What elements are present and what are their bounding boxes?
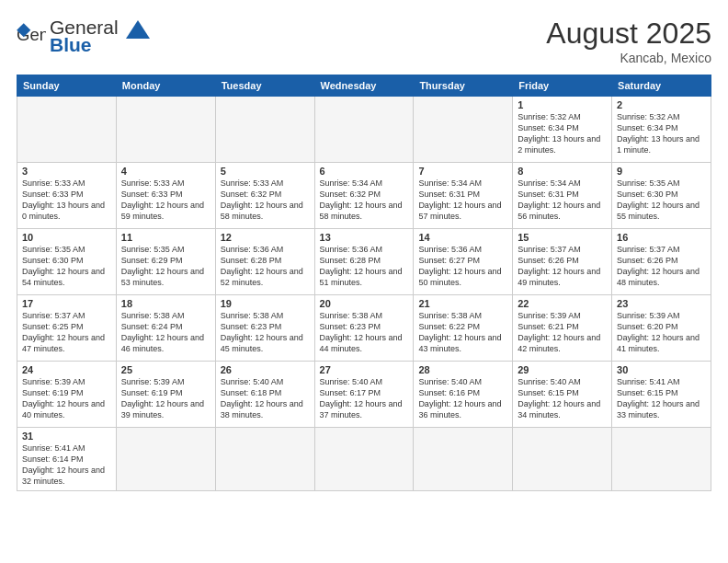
table-row: 3Sunrise: 5:33 AM Sunset: 6:33 PM Daylig… xyxy=(17,163,117,229)
day-info: Sunrise: 5:38 AM Sunset: 6:24 PM Dayligh… xyxy=(121,310,210,355)
calendar-week-row: 3Sunrise: 5:33 AM Sunset: 6:33 PM Daylig… xyxy=(17,163,711,229)
table-row: 30Sunrise: 5:41 AM Sunset: 6:15 PM Dayli… xyxy=(612,362,711,428)
day-info: Sunrise: 5:37 AM Sunset: 6:26 PM Dayligh… xyxy=(518,244,607,289)
table-row: 22Sunrise: 5:39 AM Sunset: 6:21 PM Dayli… xyxy=(513,295,612,362)
day-info: Sunrise: 5:39 AM Sunset: 6:19 PM Dayligh… xyxy=(121,376,210,421)
day-number: 24 xyxy=(22,364,111,375)
day-number: 7 xyxy=(418,166,507,177)
day-number: 31 xyxy=(22,431,111,442)
table-row: 6Sunrise: 5:34 AM Sunset: 6:32 PM Daylig… xyxy=(314,163,414,229)
table-row: 20Sunrise: 5:38 AM Sunset: 6:23 PM Dayli… xyxy=(314,295,414,362)
day-number: 30 xyxy=(617,364,706,375)
day-number: 15 xyxy=(518,232,607,243)
col-monday: Monday xyxy=(116,75,215,97)
day-number: 16 xyxy=(617,232,706,243)
day-number: 21 xyxy=(418,298,507,309)
day-number: 1 xyxy=(518,99,607,110)
day-number: 6 xyxy=(320,166,409,177)
table-row: 5Sunrise: 5:33 AM Sunset: 6:32 PM Daylig… xyxy=(215,163,314,229)
day-number: 8 xyxy=(518,166,607,177)
day-info: Sunrise: 5:38 AM Sunset: 6:23 PM Dayligh… xyxy=(221,310,310,355)
day-number: 29 xyxy=(518,364,607,375)
col-sunday: Sunday xyxy=(17,75,117,97)
table-row: 14Sunrise: 5:36 AM Sunset: 6:27 PM Dayli… xyxy=(414,229,513,295)
table-row: 7Sunrise: 5:34 AM Sunset: 6:31 PM Daylig… xyxy=(414,163,513,229)
table-row xyxy=(116,428,215,491)
day-number: 14 xyxy=(418,232,507,243)
table-row: 12Sunrise: 5:36 AM Sunset: 6:28 PM Dayli… xyxy=(215,229,314,295)
month-year: August 2025 xyxy=(546,17,711,51)
page: General General Blue August 2025 Kancab,… xyxy=(0,0,728,563)
day-number: 11 xyxy=(121,232,210,243)
table-row: 19Sunrise: 5:38 AM Sunset: 6:23 PM Dayli… xyxy=(215,295,314,362)
day-info: Sunrise: 5:33 AM Sunset: 6:33 PM Dayligh… xyxy=(121,178,210,223)
title-block: August 2025 Kancab, Mexico xyxy=(546,17,711,65)
table-row: 13Sunrise: 5:36 AM Sunset: 6:28 PM Dayli… xyxy=(314,229,414,295)
day-number: 20 xyxy=(320,298,409,309)
day-info: Sunrise: 5:34 AM Sunset: 6:32 PM Dayligh… xyxy=(320,178,409,223)
day-info: Sunrise: 5:35 AM Sunset: 6:30 PM Dayligh… xyxy=(22,244,111,289)
logo-blue: Blue xyxy=(50,34,119,55)
logo-icon: General xyxy=(17,23,46,49)
day-info: Sunrise: 5:35 AM Sunset: 6:30 PM Dayligh… xyxy=(617,178,706,223)
svg-marker-2 xyxy=(126,20,150,39)
day-number: 10 xyxy=(22,232,111,243)
table-row: 11Sunrise: 5:35 AM Sunset: 6:29 PM Dayli… xyxy=(116,229,215,295)
day-number: 26 xyxy=(221,364,310,375)
calendar-header-row: Sunday Monday Tuesday Wednesday Thursday… xyxy=(17,75,711,97)
day-info: Sunrise: 5:40 AM Sunset: 6:18 PM Dayligh… xyxy=(221,376,310,421)
table-row xyxy=(116,97,215,163)
day-info: Sunrise: 5:36 AM Sunset: 6:28 PM Dayligh… xyxy=(320,244,409,289)
table-row: 8Sunrise: 5:34 AM Sunset: 6:31 PM Daylig… xyxy=(513,163,612,229)
col-wednesday: Wednesday xyxy=(314,75,414,97)
day-info: Sunrise: 5:40 AM Sunset: 6:16 PM Dayligh… xyxy=(418,376,507,421)
table-row xyxy=(215,428,314,491)
day-info: Sunrise: 5:33 AM Sunset: 6:33 PM Dayligh… xyxy=(22,178,111,223)
day-info: Sunrise: 5:35 AM Sunset: 6:29 PM Dayligh… xyxy=(121,244,210,289)
calendar-week-row: 10Sunrise: 5:35 AM Sunset: 6:30 PM Dayli… xyxy=(17,229,711,295)
table-row: 2Sunrise: 5:32 AM Sunset: 6:34 PM Daylig… xyxy=(612,97,711,163)
day-info: Sunrise: 5:37 AM Sunset: 6:26 PM Dayligh… xyxy=(617,244,706,289)
table-row: 21Sunrise: 5:38 AM Sunset: 6:22 PM Dayli… xyxy=(414,295,513,362)
header: General General Blue August 2025 Kancab,… xyxy=(17,17,711,65)
table-row xyxy=(314,97,414,163)
table-row xyxy=(215,97,314,163)
table-row: 16Sunrise: 5:37 AM Sunset: 6:26 PM Dayli… xyxy=(612,229,711,295)
day-number: 13 xyxy=(320,232,409,243)
day-number: 3 xyxy=(22,166,111,177)
table-row: 23Sunrise: 5:39 AM Sunset: 6:20 PM Dayli… xyxy=(612,295,711,362)
day-info: Sunrise: 5:39 AM Sunset: 6:20 PM Dayligh… xyxy=(617,310,706,355)
logo-triangle-icon xyxy=(124,18,152,46)
table-row: 29Sunrise: 5:40 AM Sunset: 6:15 PM Dayli… xyxy=(513,362,612,428)
day-number: 19 xyxy=(221,298,310,309)
table-row: 28Sunrise: 5:40 AM Sunset: 6:16 PM Dayli… xyxy=(414,362,513,428)
day-info: Sunrise: 5:39 AM Sunset: 6:21 PM Dayligh… xyxy=(518,310,607,355)
day-number: 4 xyxy=(121,166,210,177)
col-saturday: Saturday xyxy=(612,75,711,97)
logo: General General Blue xyxy=(17,17,152,55)
table-row: 10Sunrise: 5:35 AM Sunset: 6:30 PM Dayli… xyxy=(17,229,117,295)
table-row xyxy=(314,428,414,491)
day-info: Sunrise: 5:32 AM Sunset: 6:34 PM Dayligh… xyxy=(518,111,607,156)
day-number: 17 xyxy=(22,298,111,309)
col-friday: Friday xyxy=(513,75,612,97)
day-number: 12 xyxy=(221,232,310,243)
table-row xyxy=(414,428,513,491)
location: Kancab, Mexico xyxy=(546,51,711,65)
calendar-week-row: 17Sunrise: 5:37 AM Sunset: 6:25 PM Dayli… xyxy=(17,295,711,362)
day-number: 9 xyxy=(617,166,706,177)
day-info: Sunrise: 5:32 AM Sunset: 6:34 PM Dayligh… xyxy=(617,111,706,156)
table-row xyxy=(17,97,117,163)
day-info: Sunrise: 5:40 AM Sunset: 6:15 PM Dayligh… xyxy=(518,376,607,421)
table-row: 1Sunrise: 5:32 AM Sunset: 6:34 PM Daylig… xyxy=(513,97,612,163)
day-info: Sunrise: 5:38 AM Sunset: 6:22 PM Dayligh… xyxy=(418,310,507,355)
table-row xyxy=(612,428,711,491)
calendar-week-row: 24Sunrise: 5:39 AM Sunset: 6:19 PM Dayli… xyxy=(17,362,711,428)
day-info: Sunrise: 5:36 AM Sunset: 6:27 PM Dayligh… xyxy=(418,244,507,289)
day-info: Sunrise: 5:33 AM Sunset: 6:32 PM Dayligh… xyxy=(221,178,310,223)
table-row: 4Sunrise: 5:33 AM Sunset: 6:33 PM Daylig… xyxy=(116,163,215,229)
day-info: Sunrise: 5:41 AM Sunset: 6:15 PM Dayligh… xyxy=(617,376,706,421)
day-number: 5 xyxy=(221,166,310,177)
day-info: Sunrise: 5:37 AM Sunset: 6:25 PM Dayligh… xyxy=(22,310,111,355)
day-number: 18 xyxy=(121,298,210,309)
